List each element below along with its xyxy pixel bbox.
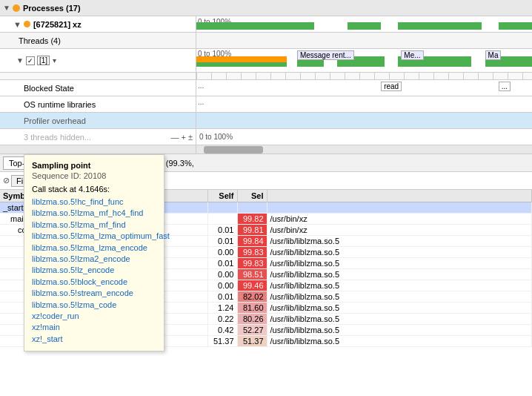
lib-cell: /usr/lib/liblzma.so.5 xyxy=(267,236,532,247)
lib-cell: /usr/lib/liblzma.so.5 xyxy=(267,280,532,291)
total-cell: 80.26 xyxy=(237,314,267,325)
profiler-label: Profiler overhead xyxy=(24,116,86,125)
threads-label: Threads (4) xyxy=(19,36,61,45)
frame-10[interactable]: xz!coder_run xyxy=(32,311,156,322)
tooltip-sequence: Sequence ID: 20108 xyxy=(32,171,156,180)
total-cell: 52.27 xyxy=(237,325,267,336)
process-bar: ▼ Processes (17) xyxy=(0,0,532,16)
plusminus-btn[interactable]: ± xyxy=(188,133,193,142)
self-cell: 0.00 xyxy=(207,269,237,280)
lib-cell: /usr/bin/xz xyxy=(267,225,532,236)
lib-cell: /usr/lib/liblzma.so.5 xyxy=(267,291,532,303)
hidden-range: 0 to 100% xyxy=(199,133,233,141)
hidden-threads-label: 3 threads hidden... xyxy=(24,133,91,142)
lib-cell: /usr/lib/liblzma.so.5 xyxy=(267,336,532,347)
total-cell: 99.83 xyxy=(237,258,267,269)
total-cell: 98.51 xyxy=(237,269,267,280)
col-sel: Sel xyxy=(237,190,267,202)
frame-12[interactable]: xz!_start xyxy=(32,334,156,345)
self-cell xyxy=(207,214,237,225)
lib-cell: /usr/lib/liblzma.so.5 xyxy=(267,247,532,258)
collapse-arrow[interactable]: ▼ xyxy=(3,4,10,12)
thread1-checkbox[interactable]: ✓ xyxy=(26,56,35,65)
lib-cell: /usr/lib/liblzma.so.5 xyxy=(267,258,532,269)
self-cell: 51.37 xyxy=(207,336,237,347)
plus-btn[interactable]: + xyxy=(182,133,186,142)
self-cell: 0.42 xyxy=(207,325,237,336)
frame-2[interactable]: liblzma.so.5!lzma_mf_find xyxy=(32,220,156,231)
lib-cell: /usr/lib/liblzma.so.5 xyxy=(267,303,532,314)
read-label: read xyxy=(381,82,402,91)
self-cell: 0.01 xyxy=(207,236,237,247)
oslib-label: OS runtime libraries xyxy=(24,100,96,109)
h-scrollbar-thumb[interactable] xyxy=(204,146,263,154)
self-cell: 0.01 xyxy=(207,291,237,303)
minus-btn[interactable]: — xyxy=(171,133,179,142)
col-lib xyxy=(267,190,532,202)
self-cell: 0.01 xyxy=(207,258,237,269)
self-cell: 0.01 xyxy=(207,225,237,236)
thread1-arrow[interactable]: ▼ xyxy=(16,56,24,65)
tooltip-callstack-label: Call stack at 4.1646s: xyxy=(32,185,156,194)
frame-11[interactable]: xz!main xyxy=(32,322,156,333)
total-cell: 99.83 xyxy=(237,247,267,258)
self-cell: 0.00 xyxy=(207,247,237,258)
lib-cell: /usr/lib/liblzma.so.5 xyxy=(267,269,532,280)
self-cell: 1.24 xyxy=(207,303,237,314)
total-cell: 99.46 xyxy=(237,280,267,291)
frame-6[interactable]: liblzma.so.5!lz_encode xyxy=(32,265,156,276)
thread1-num: [1] xyxy=(37,56,50,65)
lib-cell: /usr/lib/liblzma.so.5 xyxy=(267,314,532,325)
oslib-range-label: ... xyxy=(198,98,204,106)
self-cell: 0.00 xyxy=(207,280,237,291)
tooltip-frames: liblzma.so.5!hc_find_func liblzma.so.5!l… xyxy=(32,197,156,345)
blocked-label: Blocked State xyxy=(24,84,74,93)
ma-label: Ma xyxy=(485,50,502,60)
lib-cell: /usr/bin/xz xyxy=(267,214,532,225)
frame-7[interactable]: liblzma.so.5!block_encode xyxy=(32,277,156,288)
blocked-range-label: ... xyxy=(198,82,204,90)
process-dot xyxy=(13,4,20,12)
total-cell: 51.37 xyxy=(237,336,267,347)
process-title: Processes (17) xyxy=(23,4,81,13)
frame-4[interactable]: liblzma.so.5!lzma_lzma_encode xyxy=(32,242,156,254)
me-label: Me... xyxy=(401,50,423,60)
process-id: [6725821] xz xyxy=(33,20,82,29)
lib-cell xyxy=(267,202,532,214)
total-cell: 99.82 xyxy=(237,214,267,225)
total-cell: 99.84 xyxy=(237,236,267,247)
self-cell: 0.22 xyxy=(207,314,237,325)
filter-icon: ⊘ xyxy=(3,176,10,185)
self-cell xyxy=(207,202,237,214)
total-cell: 82.02 xyxy=(237,291,267,303)
col-self: Self xyxy=(207,190,237,202)
lib-cell: /usr/lib/liblzma.so.5 xyxy=(267,325,532,336)
total-cell: 99.81 xyxy=(237,225,267,236)
thread1-arrow2[interactable]: ▾ xyxy=(53,56,56,65)
process-indent: ▼ xyxy=(13,20,21,29)
sampling-tooltip: Sampling point Sequence ID: 20108 Call s… xyxy=(24,154,164,352)
message-rent-label: Message rent... xyxy=(297,50,354,60)
frame-3[interactable]: liblzma.so.5!lzma_lzma_optimum_fast xyxy=(32,231,156,242)
hidden-controls: — + ± xyxy=(171,133,193,142)
tooltip-title: Sampling point xyxy=(32,161,156,170)
total-cell xyxy=(237,202,267,214)
frame-9[interactable]: liblzma.so.5!lzma_code xyxy=(32,300,156,311)
process-dot-2 xyxy=(24,21,30,27)
frame-0[interactable]: liblzma.so.5!hc_find_func xyxy=(32,197,156,208)
frame-1[interactable]: liblzma.so.5!lzma_mf_hc4_find xyxy=(32,208,156,219)
read-label2: ... xyxy=(499,82,511,91)
frame-5[interactable]: liblzma.so.5!lzma2_encode xyxy=(32,254,156,265)
frame-8[interactable]: liblzma.so.5!stream_encode xyxy=(32,288,156,299)
total-cell: 81.60 xyxy=(237,303,267,314)
